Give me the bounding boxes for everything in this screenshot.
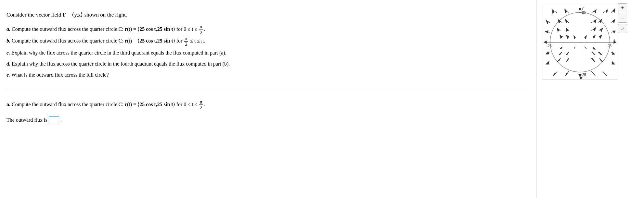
section-divider <box>6 90 526 90</box>
right-panel: y x 25 -25 25 -25 <box>536 0 630 198</box>
answer-line: The outward flux is . <box>6 116 526 124</box>
part-d-text: Explain why the flux across the quarter … <box>12 59 230 69</box>
part-b-r: r <box>125 38 127 43</box>
part-e-label: e. <box>6 70 10 80</box>
problem-title: Consider the vector field F = ⟨y,x⟩ show… <box>6 11 526 18</box>
graph-container: y x 25 -25 25 -25 <box>543 5 617 80</box>
part-b-cos: 25 cos t,25 sin t <box>139 38 173 43</box>
part-b-frac-den: 2 <box>184 42 188 47</box>
part-b-label: b. <box>6 36 10 46</box>
answer-a-frac: π 2 <box>199 99 203 110</box>
part-b-frac-num: π <box>184 36 188 42</box>
graph-zoom-wrapper: y x 25 -25 25 -25 <box>543 3 627 80</box>
pos-y-tick: 25 <box>582 10 586 14</box>
zoom-out-icon: − <box>621 15 624 21</box>
part-a-label: a. <box>6 24 10 34</box>
expand-button[interactable]: ⤢ <box>618 24 627 33</box>
answer-a-frac-den: 2 <box>199 105 203 110</box>
part-c-line: c. Explain why the flux across the quart… <box>6 48 526 58</box>
part-a-frac-num: π <box>199 24 203 30</box>
part-d-label: d. <box>6 59 10 69</box>
pos-x-tick: 25 <box>608 44 612 48</box>
flux-answer-input[interactable] <box>49 116 59 124</box>
part-c-text: Explain why the flux across the quarter … <box>11 48 226 58</box>
part-b-text: Compute the outward flux across the quar… <box>12 36 205 47</box>
part-b-line: b. Compute the outward flux across the q… <box>6 36 526 47</box>
neg-x-tick: -25 <box>547 44 552 48</box>
part-a-line: a. Compute the outward flux across the q… <box>6 24 526 35</box>
zoom-in-button[interactable]: + <box>618 3 627 12</box>
main-container: Consider the vector field F = ⟨y,x⟩ show… <box>0 0 644 198</box>
answer-section: a. Compute the outward flux across the q… <box>6 96 526 127</box>
answer-a-r: r <box>125 101 127 107</box>
part-a-frac: π 2 <box>199 24 203 35</box>
part-e-text: What is the outward flux across the full… <box>11 70 109 80</box>
expand-icon: ⤢ <box>621 26 625 31</box>
part-a-frac-den: 2 <box>199 30 203 35</box>
part-a-r: r <box>125 26 127 32</box>
vector-field-graph: y x 25 -25 25 -25 <box>543 5 617 80</box>
zoom-out-button[interactable]: − <box>618 14 627 23</box>
answer-part-a-title: a. Compute the outward flux across the q… <box>6 99 526 110</box>
answer-a-label: a. <box>6 101 10 107</box>
answer-a-cos: 25 cos t,25 sin t <box>139 101 173 107</box>
zoom-in-icon: + <box>621 5 624 11</box>
neg-y-tick: -25 <box>581 73 586 77</box>
part-a-cos: 25 cos t,25 sin t <box>139 26 173 32</box>
outward-flux-label: The outward flux is <box>6 117 47 123</box>
field-bold: F <box>63 12 66 18</box>
problem-parts: a. Compute the outward flux across the q… <box>6 24 526 80</box>
part-a-text: Compute the outward flux across the quar… <box>12 24 205 35</box>
part-b-frac: π 2 <box>184 36 188 47</box>
zoom-controls: + − ⤢ <box>618 3 627 33</box>
part-e-line: e. What is the outward flux across the f… <box>6 70 526 80</box>
problem-statement: Consider the vector field F = ⟨y,x⟩ show… <box>6 6 526 84</box>
part-c-label: c. <box>6 48 10 58</box>
answer-period: . <box>60 117 62 123</box>
part-d-line: d. Explain why the flux across the quart… <box>6 59 526 69</box>
y-axis-label: y <box>581 6 584 10</box>
content-area: Consider the vector field F = ⟨y,x⟩ show… <box>0 0 536 198</box>
answer-a-frac-num: π <box>199 99 203 105</box>
